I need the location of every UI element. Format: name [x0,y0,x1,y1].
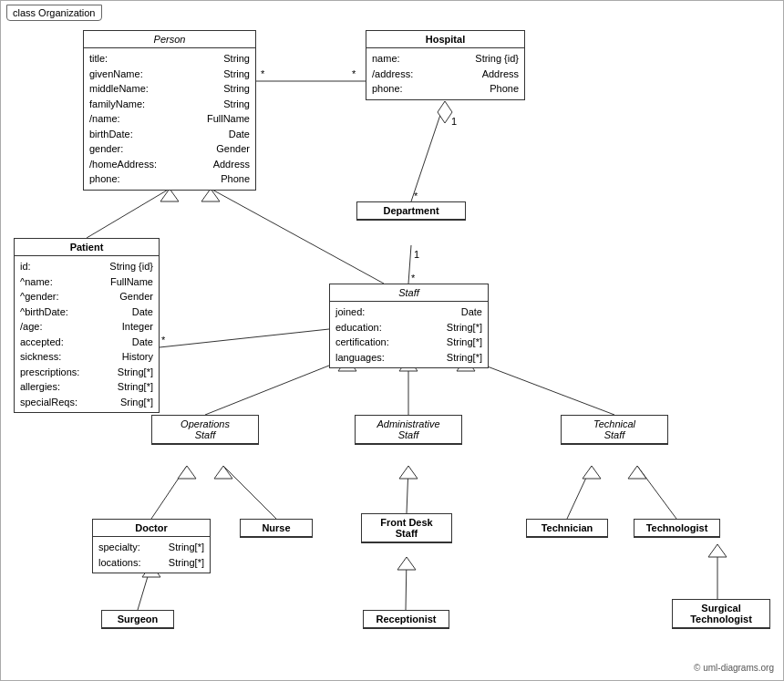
diagram-title: class Organization [6,5,102,21]
class-staff-body: joined:Date education:String[*] certific… [330,302,488,367]
class-technologist: Technologist [634,519,720,538]
svg-marker-4 [438,101,452,123]
class-front-desk-staff-title: Front DeskStaff [362,514,451,542]
svg-line-28 [567,466,592,519]
svg-line-24 [223,466,276,519]
class-patient-body: id:String {id} ^name:FullName ^gender:Ge… [15,256,159,412]
class-person: Person title:String givenName:String mid… [83,30,256,191]
class-surgical-technologist-title: SurgicalTechnologist [673,600,769,628]
class-nurse-title: Nurse [241,520,312,537]
svg-marker-11 [160,189,179,201]
svg-line-14 [160,329,329,347]
class-staff: Staff joined:Date education:String[*] ce… [329,284,489,368]
svg-text:*: * [161,335,166,346]
class-receptionist: Receptionist [363,610,449,629]
class-hospital-body: name:String {id} /address:Address phone:… [366,48,524,99]
svg-line-3 [411,101,445,201]
svg-text:1: 1 [414,249,419,260]
class-technologist-title: Technologist [634,520,719,537]
class-technical-staff: TechnicalStaff [561,415,668,445]
class-front-desk-staff: Front DeskStaff [361,513,452,543]
svg-text:*: * [352,68,356,79]
svg-line-16 [205,358,347,415]
svg-line-30 [637,466,676,519]
class-hospital-title: Hospital [366,31,524,48]
class-receptionist-title: Receptionist [364,611,449,628]
class-doctor-title: Doctor [93,520,210,537]
class-doctor-body: specialty:String[*] locations:String[*] [93,537,210,573]
svg-line-34 [406,557,407,610]
svg-text:1: 1 [451,116,457,127]
class-administrative-staff-title: AdministrativeStaff [356,416,461,444]
svg-text:*: * [414,191,418,201]
class-patient: Patient id:String {id} ^name:FullName ^g… [14,238,160,413]
class-operations-staff: OperationsStaff [151,415,259,445]
class-surgical-technologist: SurgicalTechnologist [672,599,770,629]
class-administrative-staff: AdministrativeStaff [355,415,462,445]
class-operations-staff-title: OperationsStaff [152,416,258,444]
class-technician: Technician [526,519,608,538]
class-nurse: Nurse [240,519,313,538]
svg-marker-31 [628,466,646,479]
svg-marker-29 [583,466,601,479]
class-technical-staff-title: TechnicalStaff [562,416,667,444]
class-department-title: Department [357,202,465,220]
svg-marker-37 [708,544,727,557]
class-staff-title: Staff [330,284,488,302]
svg-line-26 [407,466,408,513]
svg-marker-13 [201,189,220,201]
svg-marker-35 [397,557,416,570]
diagram-container: class Organization * * 1 * 1 * * [0,0,784,681]
class-person-body: title:String givenName:String middleName… [84,48,255,190]
svg-line-7 [408,245,411,284]
svg-line-10 [87,189,170,238]
svg-text:*: * [411,273,416,284]
class-department: Department [356,201,466,221]
class-technician-title: Technician [527,520,607,537]
class-patient-title: Patient [15,239,159,256]
copyright: © uml-diagrams.org [694,663,774,673]
class-surgeon-title: Surgeon [102,611,173,628]
svg-line-22 [151,466,187,519]
class-surgeon: Surgeon [101,610,174,629]
class-person-title: Person [84,31,255,48]
svg-marker-23 [178,466,196,479]
svg-text:*: * [261,68,265,79]
class-hospital: Hospital name:String {id} /address:Addre… [366,30,525,100]
svg-marker-27 [399,466,418,479]
svg-marker-25 [214,466,232,479]
class-doctor: Doctor specialty:String[*] locations:Str… [92,519,211,573]
